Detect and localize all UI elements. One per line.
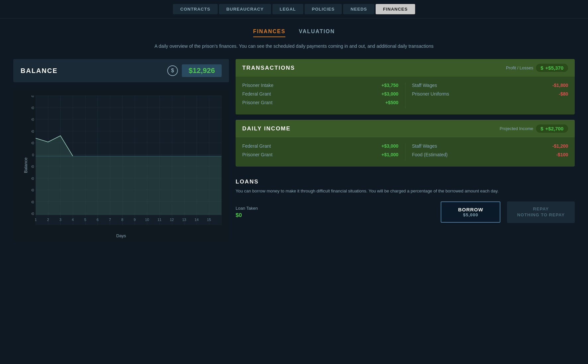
x-axis-label: Days (116, 233, 126, 238)
income-value-item: -$100 (556, 152, 568, 157)
income-value-item: +$3,000 (382, 143, 399, 149)
daily-income-header: DAILY INCOME Projected Income $ +$2,700 (236, 120, 575, 137)
tab-bureaucracy[interactable]: BUREAUCRACY (219, 4, 271, 14)
income-label-item: Prisoner Grant (242, 152, 272, 157)
svg-text:9: 9 (134, 218, 136, 222)
svg-text:-80000: -80000 (32, 200, 34, 204)
loan-taken-label: Loan Taken (236, 206, 434, 211)
income-value-item: -$1,200 (552, 143, 568, 149)
income-badge: $ +$2,700 (536, 124, 568, 133)
borrow-button[interactable]: BORROW $5,000 (441, 201, 500, 223)
page-description: A daily overview of the prison's finance… (13, 42, 575, 50)
svg-text:13: 13 (182, 218, 186, 222)
tab-policies[interactable]: POLICIES (305, 4, 342, 14)
svg-text:1: 1 (35, 218, 37, 222)
content-columns: BALANCE $ $12,926 Balance (13, 59, 575, 242)
balance-card: BALANCE $ $12,926 (13, 59, 229, 82)
svg-text:12: 12 (170, 218, 174, 222)
transaction-label: Prisoner Intake (242, 83, 273, 88)
transactions-right: Staff Wages -$1,800 Prisoner Uniforms -$… (412, 83, 568, 109)
borrow-label: BORROW (458, 207, 483, 212)
loans-description: You can borrow money to make it through … (236, 188, 575, 195)
loans-title: LOANS (236, 179, 575, 185)
income-label-item: Food (Estimated) (412, 152, 448, 157)
profit-badge: $ +$5,370 (536, 64, 568, 72)
transaction-value: +$3,000 (382, 91, 399, 97)
income-value-item: +$1,000 (382, 152, 399, 157)
svg-text:14: 14 (194, 218, 198, 222)
transaction-value: -$1,800 (552, 83, 568, 88)
income-food: Food (Estimated) -$100 (412, 152, 568, 157)
dollar-icon: $ (167, 65, 178, 76)
income-right: Staff Wages -$1,200 Food (Estimated) -$1… (412, 143, 568, 161)
repay-button[interactable]: REPAY NOTHING TO REPAY (507, 201, 575, 223)
panel-divider (405, 83, 405, 109)
right-column: TRANSACTIONS Profit / Losses $ +$5,370 P… (236, 59, 575, 242)
profit-value: +$5,370 (545, 65, 563, 71)
balance-title: BALANCE (21, 67, 58, 75)
borrow-amount: $5,000 (451, 212, 490, 217)
loan-taken: Loan Taken $0 (236, 206, 434, 219)
income-dollar-icon: $ (541, 126, 543, 131)
svg-text:20000: 20000 (32, 141, 34, 145)
transaction-label: Prisoner Uniforms (412, 91, 449, 97)
top-navigation: CONTRACTS BUREAUCRACY LEGAL POLICIES NEE… (0, 0, 588, 19)
balance-value: $12,926 (182, 64, 222, 77)
svg-text:2: 2 (47, 218, 49, 222)
panel-divider (405, 143, 405, 161)
sub-tab-valuation[interactable]: VALUATION (299, 29, 335, 37)
transaction-staff-wages: Staff Wages -$1,800 (412, 83, 568, 88)
daily-income-title: DAILY INCOME (242, 125, 291, 132)
svg-text:0: 0 (32, 153, 34, 157)
chart-svg: 100000 80000 60000 40000 20000 0 -20000 … (32, 96, 226, 225)
income-prisoner-grant: Prisoner Grant +$1,000 (242, 152, 399, 157)
repay-label: REPAY (533, 206, 549, 211)
transaction-value: +$500 (385, 100, 398, 105)
left-column: BALANCE $ $12,926 Balance (13, 59, 229, 242)
daily-income-body: Federal Grant +$3,000 Prisoner Grant +$1… (236, 137, 575, 167)
svg-text:8: 8 (121, 218, 123, 222)
svg-text:100000: 100000 (32, 96, 34, 98)
sub-tabs: FINANCES VALUATION (13, 29, 575, 37)
svg-text:11: 11 (157, 218, 161, 222)
tab-needs[interactable]: NEEDS (343, 4, 374, 14)
transaction-prisoner-intake: Prisoner Intake +$3,750 (242, 83, 399, 88)
transaction-prisoner-grant: Prisoner Grant +$500 (242, 100, 399, 105)
svg-text:-100000: -100000 (32, 212, 34, 216)
tab-legal[interactable]: LEGAL (272, 4, 303, 14)
svg-text:-60000: -60000 (32, 188, 34, 192)
svg-text:6: 6 (97, 218, 99, 222)
svg-text:10: 10 (145, 218, 149, 222)
daily-income-profit: Projected Income $ +$2,700 (500, 124, 568, 133)
svg-text:80000: 80000 (32, 106, 34, 110)
loan-taken-value: $0 (236, 212, 434, 219)
transaction-label: Staff Wages (412, 83, 437, 88)
loans-section: LOANS You can borrow money to make it th… (236, 172, 575, 223)
income-value: +$2,700 (545, 126, 563, 131)
loans-row: Loan Taken $0 BORROW $5,000 REPAY NOTHIN… (236, 201, 575, 223)
tab-contracts[interactable]: CONTRACTS (173, 4, 218, 14)
tab-finances[interactable]: FINANCES (376, 4, 415, 14)
svg-text:-20000: -20000 (32, 165, 34, 169)
income-label-item: Federal Grant (242, 143, 271, 149)
svg-text:-40000: -40000 (32, 177, 34, 181)
sub-tab-finances[interactable]: FINANCES (253, 29, 286, 37)
transaction-federal-grant: Federal Grant +$3,000 (242, 91, 399, 97)
income-label: Projected Income (500, 126, 533, 131)
transaction-value: +$3,750 (382, 83, 399, 88)
transaction-value: -$80 (559, 91, 568, 97)
daily-income-card: DAILY INCOME Projected Income $ +$2,700 … (236, 120, 575, 167)
svg-text:40000: 40000 (32, 129, 34, 133)
profit-dollar-icon: $ (541, 65, 543, 71)
income-left: Federal Grant +$3,000 Prisoner Grant +$1… (242, 143, 399, 161)
svg-text:3: 3 (59, 218, 61, 222)
svg-text:60000: 60000 (32, 117, 34, 121)
transactions-title: TRANSACTIONS (242, 65, 295, 71)
transactions-left: Prisoner Intake +$3,750 Federal Grant +$… (242, 83, 399, 109)
transactions-header: TRANSACTIONS Profit / Losses $ +$5,370 (236, 59, 575, 77)
repay-sub: NOTHING TO REPAY (517, 212, 565, 217)
svg-text:4: 4 (72, 218, 74, 222)
balance-chart: Balance 100000 80000 60000 40000 (13, 89, 229, 242)
income-staff-wages: Staff Wages -$1,200 (412, 143, 568, 149)
income-federal-grant: Federal Grant +$3,000 (242, 143, 399, 149)
